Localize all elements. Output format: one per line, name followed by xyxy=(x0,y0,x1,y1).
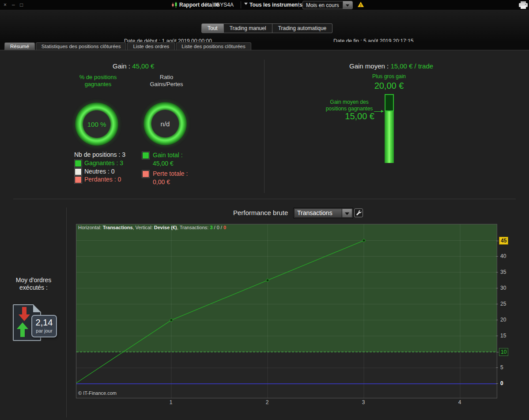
chevron-down-icon xyxy=(346,4,349,8)
performance-mode-arrow-button[interactable] xyxy=(342,209,352,217)
y-axis-label: 45 xyxy=(499,237,508,245)
plus-gros-gain-value: 20,00 € xyxy=(362,81,416,91)
tab-tout[interactable]: Tout xyxy=(201,23,224,33)
x-axis-label: 2 xyxy=(262,399,272,405)
legend-swatch-perdantes xyxy=(75,176,82,183)
avg-win-value: 15,00 € xyxy=(330,111,374,121)
tab-resume[interactable]: Résumé xyxy=(4,42,35,50)
ratio-title: Ratio Gains/Pertes xyxy=(144,74,189,88)
legend-swatch-gagnantes xyxy=(75,160,82,167)
chevron-down-icon xyxy=(345,212,349,217)
y-axis-label: 0 xyxy=(499,380,505,387)
plus-gros-gain-label: Plus gros gain xyxy=(362,73,416,79)
chart-header: Horizontal: Transactions, Vertical: Devi… xyxy=(78,225,226,230)
gain-heading: Gain : 45,00 € xyxy=(113,62,154,70)
y-axis-label: 35 xyxy=(499,269,507,276)
gain-value: 45,00 € xyxy=(132,62,154,70)
y-axis-label: 25 xyxy=(499,300,507,307)
legend-perdantes: Perdantes : 0 xyxy=(84,176,121,183)
legend-swatch-perte-totale xyxy=(142,170,149,178)
x-axis-label: 3 xyxy=(358,399,369,405)
legend-swatch-neutres xyxy=(75,168,82,175)
chart-header-segment: Horizontal: xyxy=(78,225,103,230)
separator xyxy=(299,1,299,8)
chart-header-segment: / xyxy=(219,225,223,230)
performance-brute-label: Performance brute xyxy=(233,209,288,216)
wrench-icon xyxy=(355,210,362,216)
x-axis-label: 4 xyxy=(454,399,465,405)
instrument-name[interactable]: GYS4A xyxy=(216,2,234,8)
performance-line-chart xyxy=(76,224,497,398)
window-title: Rapport détaillé xyxy=(179,2,219,8)
title-bar: × – □ Rapport détaillé GYS4A Tous les in… xyxy=(0,0,529,10)
performance-chart[interactable] xyxy=(76,224,497,398)
nb-positions: Nb de positions : 3 xyxy=(74,151,125,158)
gain-moyen-value: 15,00 € / trade xyxy=(390,62,433,70)
gain-moyen-heading: Gain moyen : 15,00 € / trade xyxy=(349,62,433,70)
win-pct-donut-chart: 100 % xyxy=(75,102,119,146)
candlestick-icon xyxy=(171,1,178,10)
y-axis-label: 20 xyxy=(499,316,507,323)
section-divider xyxy=(13,199,516,199)
perte-totale-value: 0,00 € xyxy=(153,178,170,185)
y-axis-label: 15 xyxy=(499,332,507,339)
y-axis-label: 40 xyxy=(499,253,507,260)
period-select[interactable]: Mois en cours xyxy=(302,1,353,9)
down-arrow-icon xyxy=(19,307,30,322)
chart-header-segment: Transactions xyxy=(103,225,133,230)
warning-icon[interactable]: ! xyxy=(358,2,364,7)
orders-per-day-badge: 2,14 par jour xyxy=(31,315,57,337)
tab-liste-positions[interactable]: Liste des positions clôturées xyxy=(176,42,251,50)
avg-win-arrow-icon xyxy=(374,111,383,112)
biggest-gain-bar-chart xyxy=(385,94,394,163)
report-tabstrip: Résumé Statistiques des positions clôtur… xyxy=(0,42,529,50)
orders-per-day-unit: par jour xyxy=(32,328,56,333)
tab-statistiques[interactable]: Statistiques des positions clôturées xyxy=(36,42,127,50)
tab-trading-automatique[interactable]: Trading automatique xyxy=(272,23,333,33)
chart-header-segment: , Transactions: xyxy=(177,225,210,230)
summary-divider xyxy=(264,60,264,193)
y-axis-label: 10 xyxy=(499,348,508,356)
chart-header-segment: Devise (€) xyxy=(154,225,177,230)
period-select-arrow-button[interactable] xyxy=(343,1,352,9)
x-axis: 1234 xyxy=(76,399,496,406)
chart-panel-border xyxy=(66,208,67,417)
chevron-down-icon xyxy=(244,3,248,7)
report-header-band: Tout Trading manuel Trading automatique … xyxy=(0,10,529,42)
chart-header-segment: / xyxy=(213,225,217,230)
period-select-value: Mois en cours xyxy=(306,2,339,8)
chart-header-segment: 0 xyxy=(223,225,226,230)
tab-trading-manuel[interactable]: Trading manuel xyxy=(224,23,272,33)
perte-totale-label: Perte totale : xyxy=(153,170,188,177)
detailed-report-window: { "window": { "controls": {"close": "×",… xyxy=(0,0,529,420)
legend-neutres: Neutres : 0 xyxy=(84,168,114,175)
bar-segment-average-win xyxy=(385,111,394,163)
instrument-filter[interactable]: Tous les instruments xyxy=(244,2,302,8)
avg-win-label: Gain moyen des positions gagnantes xyxy=(324,99,374,112)
y-axis-label: 5 xyxy=(499,364,505,371)
tab-liste-ordres[interactable]: Liste des ordres xyxy=(127,42,175,50)
close-window-icon[interactable]: × xyxy=(4,2,7,8)
x-axis-label: 1 xyxy=(166,399,176,405)
scope-tabs: Tout Trading manuel Trading automatique xyxy=(201,23,333,33)
win-pct-value: 100 % xyxy=(75,102,119,146)
y-axis-label: 30 xyxy=(499,284,507,291)
bar-segment-above-average xyxy=(385,94,394,111)
minimize-window-icon[interactable]: – xyxy=(12,2,15,8)
legend-gagnantes: Gagnantes : 3 xyxy=(84,159,123,166)
separator xyxy=(212,1,213,8)
ratio-value: n/d xyxy=(143,102,187,146)
win-pct-title: % de positions gagnantes xyxy=(75,74,121,88)
performance-mode-value: Transactions xyxy=(295,209,342,217)
chart-settings-button[interactable] xyxy=(354,208,363,217)
copyright-credit: © IT-Finance.com xyxy=(78,390,117,396)
gain-total-value: 45,00 € xyxy=(153,160,174,167)
print-icon[interactable] xyxy=(518,1,528,11)
performance-mode-select[interactable]: Transactions xyxy=(293,208,353,219)
ratio-donut-chart: n/d xyxy=(143,102,187,146)
legend-swatch-gain-total xyxy=(142,152,149,159)
up-arrow-icon xyxy=(17,322,28,338)
chart-header-segment: , Vertical: xyxy=(133,225,154,230)
maximize-window-icon[interactable]: □ xyxy=(20,2,23,8)
gain-total-label: Gain total : xyxy=(153,151,183,159)
